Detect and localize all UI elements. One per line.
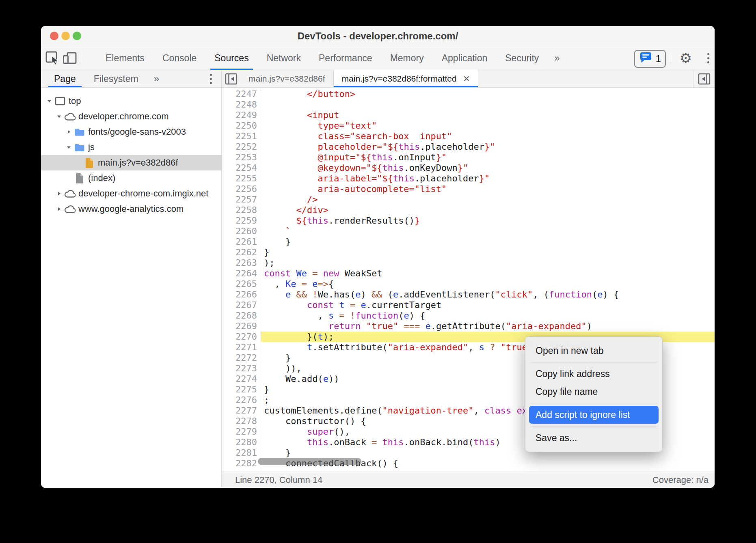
line-number[interactable]: 2249: [222, 110, 261, 121]
device-toolbar-icon[interactable]: [61, 46, 78, 70]
code-line-2256[interactable]: 2256 aria-autocomplete="list": [222, 184, 715, 194]
tree-item--index-[interactable]: (index): [41, 170, 221, 186]
line-number[interactable]: 2247: [222, 89, 261, 99]
code-line-2265[interactable]: 2265 , Ke = e=>{: [222, 279, 715, 289]
horizontal-scrollbar-thumb[interactable]: [258, 458, 361, 465]
line-number[interactable]: 2269: [222, 321, 261, 332]
toolbar-overflow-chevron[interactable]: »: [548, 52, 566, 64]
tab-application[interactable]: Application: [433, 46, 497, 70]
code-line-2261[interactable]: 2261 }: [222, 237, 715, 247]
tab-security[interactable]: Security: [496, 46, 548, 70]
code-line-2262[interactable]: 2262}: [222, 247, 715, 258]
tab-performance[interactable]: Performance: [310, 46, 381, 70]
line-number[interactable]: 2267: [222, 300, 261, 310]
line-number[interactable]: 2251: [222, 131, 261, 142]
code-line-2267[interactable]: 2267 const t = e.currentTarget: [222, 300, 715, 310]
tree-item-fonts-google-sans-v2003[interactable]: fonts/google-sans-v2003: [41, 124, 221, 140]
code-line-2257[interactable]: 2257 />: [222, 194, 715, 205]
line-number[interactable]: 2276: [222, 395, 261, 405]
tab-memory[interactable]: Memory: [381, 46, 433, 70]
code-line-2254[interactable]: 2254 @keydown="${this.onKeyDown}": [222, 163, 715, 173]
tree-item-js[interactable]: js: [41, 140, 221, 155]
context-menu-item-save-as-[interactable]: Save as...: [525, 429, 662, 447]
line-number[interactable]: 2280: [222, 437, 261, 448]
line-number[interactable]: 2272: [222, 353, 261, 363]
tree-item-developer-chrome-com[interactable]: developer.chrome.com: [41, 109, 221, 124]
hide-navigator-icon[interactable]: [222, 70, 240, 87]
kebab-menu-icon[interactable]: [702, 46, 714, 70]
code-line-2251[interactable]: 2251 class="search-box__input": [222, 131, 715, 142]
code-line-2269[interactable]: 2269 return "true" === e.getAttribute("a…: [222, 321, 715, 332]
code-line-2263[interactable]: 2263);: [222, 258, 715, 268]
code-line-2260[interactable]: 2260 `: [222, 226, 715, 237]
line-number[interactable]: 2248: [222, 99, 261, 110]
line-number[interactable]: 2282: [222, 458, 261, 469]
line-number[interactable]: 2274: [222, 374, 261, 384]
context-menu-item-open-in-new-tab[interactable]: Open in new tab: [525, 342, 662, 360]
chevron-down-icon[interactable]: [45, 98, 54, 104]
line-number[interactable]: 2254: [222, 163, 261, 173]
chevron-right-icon[interactable]: [64, 129, 73, 135]
tab-elements[interactable]: Elements: [97, 46, 153, 70]
line-number[interactable]: 2252: [222, 142, 261, 152]
line-number[interactable]: 2258: [222, 205, 261, 215]
code-line-2253[interactable]: 2253 @input="${this.onInput}": [222, 152, 715, 163]
code-line-2258[interactable]: 2258 </div>: [222, 205, 715, 215]
line-number[interactable]: 2277: [222, 405, 261, 416]
context-menu-item-copy-link-address[interactable]: Copy link address: [525, 365, 662, 383]
line-number[interactable]: 2259: [222, 215, 261, 226]
line-number[interactable]: 2253: [222, 152, 261, 163]
chevron-right-icon[interactable]: [54, 191, 63, 196]
code-line-2247[interactable]: 2247 </button>: [222, 89, 715, 99]
show-debugger-icon[interactable]: [693, 70, 715, 87]
line-number[interactable]: 2263: [222, 258, 261, 268]
tree-item-developer-chrome-com-imgix-net[interactable]: developer-chrome-com.imgix.net: [41, 186, 221, 201]
code-line-2250[interactable]: 2250 type="text": [222, 121, 715, 131]
tab-console[interactable]: Console: [153, 46, 205, 70]
line-number[interactable]: 2265: [222, 279, 261, 289]
code-line-2252[interactable]: 2252 placeholder="${this.placeholder}": [222, 142, 715, 152]
chevron-down-icon[interactable]: [64, 144, 73, 150]
code-line-2266[interactable]: 2266 e && !We.has(e) && (e.addEventListe…: [222, 289, 715, 300]
tree-item-top[interactable]: top: [41, 93, 221, 109]
line-number[interactable]: 2250: [222, 121, 261, 131]
line-number[interactable]: 2257: [222, 194, 261, 205]
sidebar-tab-filesystem[interactable]: Filesystem: [85, 70, 147, 87]
sidebar-tab-page[interactable]: Page: [45, 70, 85, 87]
line-number[interactable]: 2264: [222, 268, 261, 279]
line-number[interactable]: 2260: [222, 226, 261, 237]
line-number[interactable]: 2266: [222, 289, 261, 300]
line-number[interactable]: 2281: [222, 448, 261, 458]
gear-icon[interactable]: ⚙: [678, 46, 694, 70]
line-number[interactable]: 2278: [222, 416, 261, 427]
tree-item-www-google-analytics-com[interactable]: www.google-analytics.com: [41, 201, 221, 217]
line-number[interactable]: 2256: [222, 184, 261, 194]
chevron-down-icon[interactable]: [54, 114, 63, 119]
code-line-2248[interactable]: 2248: [222, 99, 715, 110]
context-menu-item-add-script-to-ignore-list[interactable]: Add script to ignore list: [529, 406, 659, 424]
inspect-icon[interactable]: [44, 46, 60, 70]
line-number[interactable]: 2275: [222, 384, 261, 395]
tab-sources[interactable]: Sources: [205, 46, 257, 70]
code-line-2249[interactable]: 2249 <input: [222, 110, 715, 121]
line-number[interactable]: 2273: [222, 363, 261, 374]
context-menu-item-copy-file-name[interactable]: Copy file name: [525, 383, 662, 401]
sidebar-overflow-chevron[interactable]: »: [147, 73, 166, 84]
code-line-2259[interactable]: 2259 ${this.renderResults()}: [222, 215, 715, 226]
tree-item-main-js-v-e382d86f[interactable]: main.js?v=e382d86f: [41, 155, 221, 170]
line-number[interactable]: 2268: [222, 310, 261, 321]
editor-tab-source[interactable]: main.js?v=e382d86f: [240, 70, 333, 87]
sidebar-kebab-menu-icon[interactable]: [205, 70, 217, 87]
line-number[interactable]: 2255: [222, 173, 261, 184]
close-tab-icon[interactable]: ×: [463, 75, 470, 83]
chevron-right-icon[interactable]: [54, 206, 63, 212]
editor-tab-formatted[interactable]: main.js?v=e382d86f:formatted×: [333, 70, 478, 87]
code-line-2268[interactable]: 2268 , s = !function(e) {: [222, 310, 715, 321]
line-number[interactable]: 2279: [222, 427, 261, 437]
line-number[interactable]: 2271: [222, 342, 261, 353]
issues-badge-button[interactable]: 1: [634, 50, 666, 68]
code-line-2264[interactable]: 2264const We = new WeakSet: [222, 268, 715, 279]
line-number[interactable]: 2262: [222, 247, 261, 258]
line-number[interactable]: 2270: [222, 332, 261, 342]
line-number[interactable]: 2261: [222, 237, 261, 247]
